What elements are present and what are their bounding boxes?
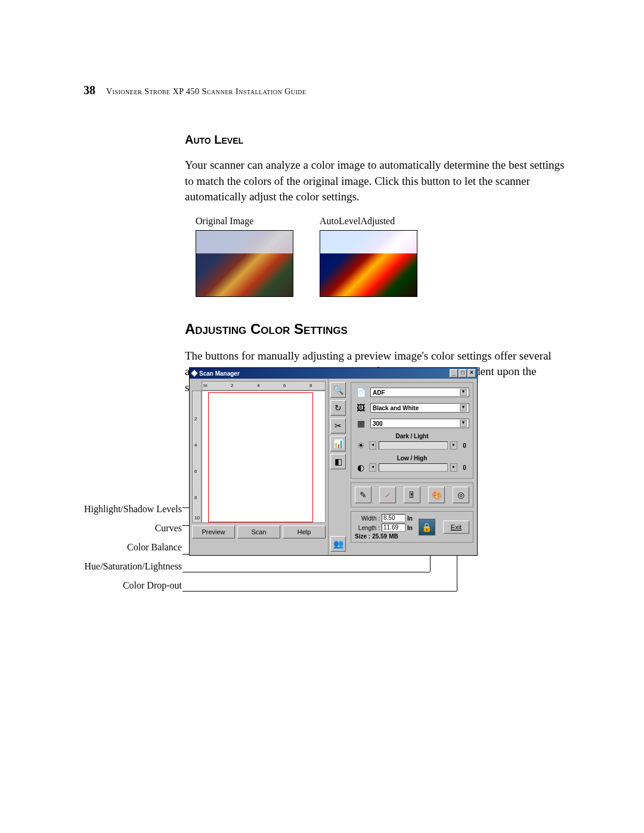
preview-area[interactable] (202, 391, 326, 523)
help-button[interactable]: Help (283, 525, 326, 538)
rotate-tool-icon[interactable]: ↻ (330, 400, 346, 416)
leader-hue-saturation (182, 572, 430, 572)
levels-tool-icon[interactable]: 📊 (330, 436, 346, 451)
portrait-tool-icon[interactable]: 👥 (330, 536, 346, 552)
brightness-label: Dark / Light (355, 433, 469, 439)
caption-adjusted: AutoLevelAdjusted (320, 216, 417, 227)
hue-saturation-button[interactable]: 🎨 (428, 487, 445, 503)
leader-color-dropout (182, 591, 457, 592)
contrast-icon: ◐ (355, 462, 367, 473)
scan-settings-group: 📄 ADF▾ 🖼 Black and White▾ ▦ (351, 382, 473, 479)
dimensions-group: Width : 8.50 In Length : 11.69 In Size :… (351, 511, 473, 543)
callout-color-balance: Color Balance (83, 542, 182, 553)
titlebar[interactable]: Scan Manager _ □ × (190, 368, 477, 379)
lock-aspect-button[interactable]: 🔒 (419, 519, 435, 535)
sample-image-adjusted (320, 230, 417, 297)
feeder-icon: 📄 (355, 386, 367, 398)
image-type-dropdown[interactable]: Black and White▾ (370, 403, 469, 413)
callout-curves: Curves (83, 523, 182, 534)
page-number: 38 (83, 83, 95, 97)
callout-color-dropout: Color Drop-out (83, 580, 182, 591)
contrast-dec[interactable]: ◂ (369, 463, 376, 472)
heading-auto-level: Auto Level (185, 133, 566, 147)
contrast-label: Low / High (355, 455, 469, 462)
zoom-tool-icon[interactable]: 🔍 (330, 382, 346, 398)
preview-button[interactable]: Preview (192, 525, 235, 538)
crop-tool-icon[interactable]: ✂ (330, 418, 346, 433)
length-value[interactable]: 11.69 (382, 524, 405, 532)
contrast-slider[interactable] (379, 463, 448, 472)
brightness-icon: ☀ (355, 439, 367, 451)
maximize-button[interactable]: □ (459, 369, 467, 377)
highlight-shadow-button[interactable]: ✎ (355, 487, 371, 503)
caption-original: Original Image (196, 216, 293, 227)
heading-adjusting-color: Adjusting Color Settings (185, 321, 566, 337)
window-title: Scan Manager (199, 370, 240, 377)
sample-image-original (196, 230, 293, 297)
callout-highlight-shadow: Highlight/Shadow Levels (83, 504, 182, 515)
eraser-tool-icon[interactable]: ◧ (330, 454, 346, 469)
resolution-icon: ▦ (355, 417, 367, 429)
brightness-inc[interactable]: ▸ (450, 441, 457, 450)
contrast-inc[interactable]: ▸ (450, 463, 457, 472)
length-unit: In (407, 525, 413, 531)
color-balance-button[interactable]: 🎚 (404, 487, 420, 503)
running-head: Visioneer Strobe XP 450 Scanner Installa… (106, 87, 306, 97)
close-button[interactable]: × (467, 369, 476, 377)
contrast-value: 0 (460, 465, 469, 471)
scan-button[interactable]: Scan (237, 525, 280, 538)
brightness-value: 0 (460, 442, 469, 449)
minimize-button[interactable]: _ (450, 369, 458, 377)
brightness-slider[interactable] (379, 441, 448, 450)
color-buttons-row: ✎ ⟋ 🎚 🎨 ◎ (351, 482, 473, 507)
curves-button[interactable]: ⟋ (379, 487, 396, 503)
size-label: Size : (355, 533, 370, 540)
size-value: 25.59 (372, 533, 387, 540)
selection-rect[interactable] (208, 392, 313, 522)
scan-manager-window: Scan Manager _ □ × In 2 4 6 8 (189, 367, 478, 556)
brightness-dec[interactable]: ◂ (369, 441, 376, 450)
feeder-dropdown[interactable]: ADF▾ (370, 388, 469, 397)
width-unit: In (407, 515, 413, 522)
tool-column: 🔍 ↻ ✂ 📊 ◧ 👥 (328, 379, 347, 555)
exit-button[interactable]: Exit (443, 521, 469, 534)
width-label: Width : (355, 515, 380, 522)
color-dropout-button[interactable]: ◎ (453, 487, 469, 503)
width-value[interactable]: 8.50 (382, 514, 405, 522)
ruler-vertical: 2 4 6 8 10 (192, 391, 202, 523)
callout-hue-saturation: Hue/Saturation/Lightness (83, 561, 182, 572)
size-unit: MB (389, 533, 398, 540)
length-label: Length : (355, 525, 380, 531)
image-type-icon: 🖼 (355, 402, 367, 414)
app-icon (191, 370, 197, 376)
resolution-dropdown[interactable]: 300▾ (370, 419, 469, 428)
ruler-horizontal: In 2 4 6 8 (202, 381, 326, 391)
body-auto-level: Your scanner can analyze a color image t… (185, 157, 566, 205)
